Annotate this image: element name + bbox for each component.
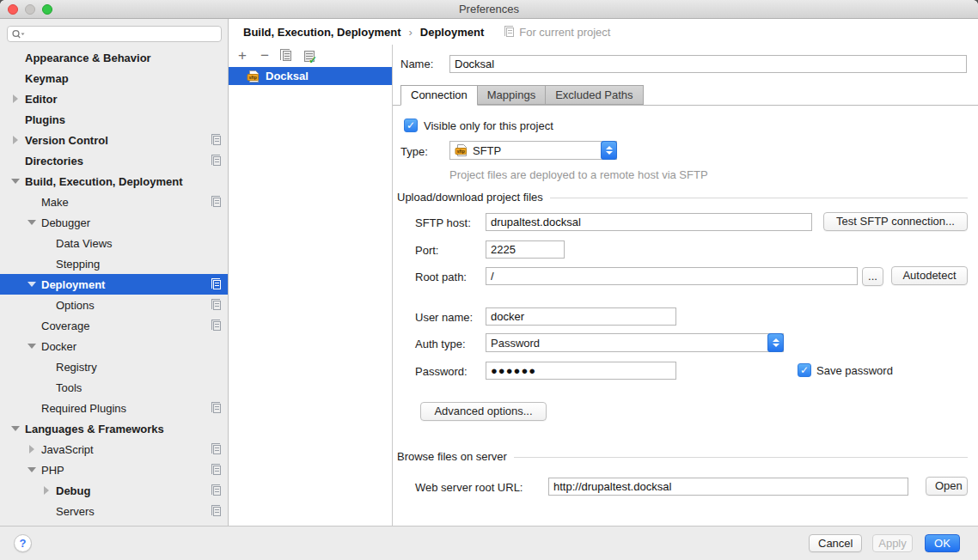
user-name-input[interactable]	[486, 307, 676, 326]
sidebar-item-deployment[interactable]: Deployment	[0, 274, 228, 295]
project-badge-icon	[213, 198, 221, 207]
sftp-type-icon: sftp	[455, 143, 468, 157]
chevron-icon[interactable]	[10, 136, 21, 144]
svg-text:sftp: sftp	[248, 74, 257, 79]
autodetect-button[interactable]: Autodetect	[891, 266, 968, 285]
chevron-icon[interactable]	[27, 282, 37, 287]
sidebar-item-directories[interactable]: Directories	[0, 150, 228, 171]
project-badge-icon	[213, 445, 221, 454]
save-password-label: Save password	[816, 364, 893, 378]
project-badge-icon	[213, 486, 221, 496]
sidebar-item-languages-frameworks[interactable]: Languages & Frameworks	[0, 418, 228, 439]
type-label: Type:	[400, 145, 428, 159]
copy-server-icon[interactable]	[280, 49, 294, 63]
help-button[interactable]: ?	[14, 534, 32, 552]
sidebar-item-version-control[interactable]: Version Control	[0, 130, 228, 150]
sidebar-item-required-plugins[interactable]: Required Plugins	[0, 398, 228, 418]
port-input[interactable]	[486, 240, 565, 259]
window-title: Preferences	[0, 3, 978, 15]
auth-type-select[interactable]: Password	[486, 333, 784, 352]
breadcrumb-segment-1[interactable]: Build, Execution, Deployment	[243, 26, 400, 39]
server-list-toolbar: + − ✓	[229, 45, 392, 67]
project-badge-icon	[213, 136, 221, 145]
save-password-checkbox[interactable]: ✓	[798, 363, 811, 377]
combo-stepper-icon[interactable]	[767, 333, 784, 352]
password-input[interactable]	[486, 362, 676, 380]
chevron-icon[interactable]	[41, 486, 52, 495]
sidebar-item-php[interactable]: PHP	[0, 460, 228, 480]
add-server-icon[interactable]: +	[235, 49, 249, 63]
sidebar-item-options[interactable]: Options	[0, 295, 228, 315]
type-hint: Project files are deployed to a remote h…	[449, 168, 708, 181]
sidebar-item-appearance-behavior[interactable]: Appearance & Behavior	[0, 47, 228, 68]
apply-button[interactable]: Apply	[872, 534, 913, 552]
combo-stepper-icon[interactable]	[601, 141, 617, 160]
user-name-label: User name:	[415, 311, 473, 325]
chevron-icon[interactable]	[10, 94, 21, 103]
cancel-button[interactable]: Cancel	[809, 534, 862, 552]
sidebar-item-servers[interactable]: Servers	[0, 501, 228, 521]
chevron-icon[interactable]	[27, 467, 37, 472]
sidebar-item-docker[interactable]: Docker	[0, 336, 228, 356]
use-as-default-icon[interactable]: ✓	[303, 49, 316, 63]
project-scope-icon	[506, 27, 514, 37]
chevron-icon[interactable]	[27, 220, 37, 225]
sftp-host-input[interactable]	[486, 213, 812, 231]
project-badge-icon	[213, 466, 221, 475]
sidebar-item-editor[interactable]: Editor	[0, 88, 228, 109]
dialog-footer: ? Cancel Apply OK	[0, 526, 978, 560]
chevron-icon[interactable]	[27, 344, 37, 349]
project-badge-icon	[213, 507, 221, 516]
breadcrumb-separator: ›	[408, 26, 412, 39]
upload-section-header: Upload/download project files	[397, 191, 968, 204]
sidebar-item-data-views[interactable]: Data Views	[0, 233, 228, 253]
type-select[interactable]: sftp SFTP	[449, 141, 617, 160]
sidebar-item-stepping[interactable]: Stepping	[0, 253, 228, 274]
browse-section-header: Browse files on server	[397, 450, 968, 463]
browse-root-path-button[interactable]: ...	[862, 267, 883, 286]
tab-bar: Connection Mappings Excluded Paths	[400, 85, 644, 106]
sidebar-item-javascript[interactable]: JavaScript	[0, 439, 228, 460]
sidebar-item-debugger[interactable]: Debugger	[0, 212, 228, 233]
test-sftp-connection-button[interactable]: Test SFTP connection...	[823, 212, 968, 231]
chevron-icon[interactable]	[10, 179, 21, 184]
password-label: Password:	[415, 365, 468, 379]
sidebar-item-plugins[interactable]: Plugins	[0, 109, 228, 130]
sidebar-item-registry[interactable]: Registry	[0, 356, 228, 377]
name-input[interactable]	[449, 55, 967, 73]
sidebar-item-make[interactable]: Make	[0, 192, 228, 212]
project-badge-icon	[213, 156, 221, 166]
sidebar-item-keymap[interactable]: Keymap	[0, 68, 228, 88]
for-current-project-label: For current project	[506, 26, 610, 39]
settings-search-box[interactable]	[7, 26, 222, 42]
breadcrumb-segment-2: Deployment	[420, 26, 484, 39]
tab-excluded-paths[interactable]: Excluded Paths	[546, 85, 643, 105]
sidebar-item-build-execution-deployment[interactable]: Build, Execution, Deployment	[0, 171, 228, 192]
project-badge-icon	[213, 404, 221, 413]
tab-mappings[interactable]: Mappings	[478, 85, 546, 105]
server-list-panel: + − ✓ sftp Docksal	[229, 45, 393, 526]
section-divider	[514, 457, 968, 458]
preferences-window: Preferences Appearance & Behavior Keymap…	[0, 0, 978, 560]
name-label: Name:	[400, 58, 433, 71]
visible-only-checkbox[interactable]: ✓	[404, 119, 418, 132]
auth-type-label: Auth type:	[415, 338, 466, 351]
chevron-icon[interactable]	[27, 445, 37, 453]
auth-type-value: Password	[491, 337, 540, 350]
sidebar-item-coverage[interactable]: Coverage	[0, 315, 228, 336]
settings-sidebar: Appearance & Behavior Keymap Editor Plug…	[0, 19, 229, 526]
sidebar-item-debug[interactable]: Debug	[0, 480, 228, 501]
remove-server-icon[interactable]: −	[258, 49, 272, 63]
tab-connection[interactable]: Connection	[400, 85, 478, 106]
server-name: Docksal	[266, 70, 309, 82]
search-input[interactable]	[25, 27, 221, 40]
deployment-form: Name: Connection Mappings Excluded Paths…	[393, 45, 978, 526]
chevron-icon[interactable]	[10, 426, 21, 431]
sidebar-item-tools[interactable]: Tools	[0, 377, 228, 398]
ok-button[interactable]: OK	[925, 534, 960, 552]
advanced-options-button[interactable]: Advanced options...	[420, 402, 547, 421]
root-path-input[interactable]	[486, 267, 858, 285]
open-button[interactable]: Open	[926, 477, 968, 496]
web-root-input[interactable]	[548, 478, 908, 496]
server-list-item-docksal[interactable]: sftp Docksal	[229, 67, 392, 85]
